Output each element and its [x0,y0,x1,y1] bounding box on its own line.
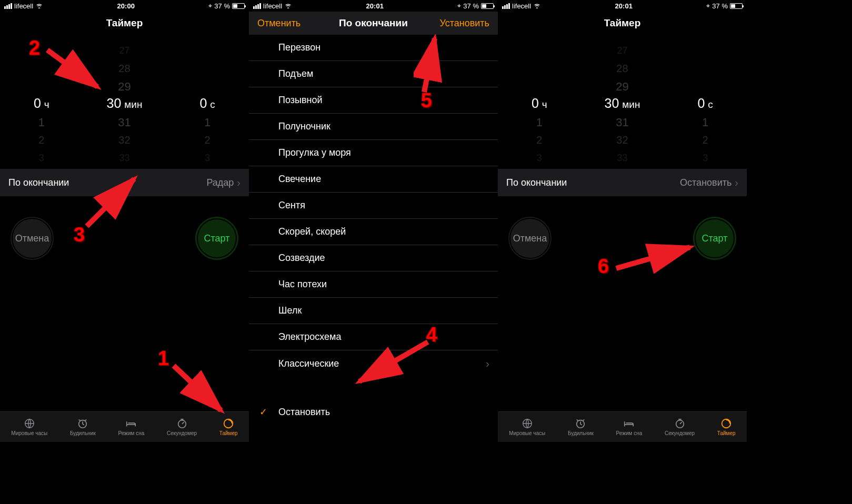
tab-sleep[interactable]: Режим сна [118,418,145,436]
sound-option[interactable]: Перезвон [249,35,498,61]
signal-icon [253,3,261,9]
when-ends-label: По окончании [506,177,567,188]
tab-stopwatch[interactable]: Секундомер [665,418,695,436]
set-button[interactable]: Установить [440,18,489,29]
signal-icon [502,3,510,9]
globe-icon [23,418,36,429]
hours-column[interactable]: 0ч 1 2 3 [1,40,83,169]
tab-alarm[interactable]: Будильник [70,418,96,436]
start-button[interactable]: Старт [195,217,238,260]
minutes-column[interactable]: 27 28 29 30мин 31 32 33 [83,40,165,169]
tab-bar: Мировые часы Будильник Режим сна Секундо… [498,411,747,442]
minutes-column[interactable]: 27 28 29 30мин 31 32 33 [581,40,663,169]
chevron-right-icon: › [237,177,240,189]
stopwatch-icon [175,418,189,429]
when-ends-value: Радар [206,177,234,188]
when-ends-row[interactable]: По окончании Остановить › [498,169,747,196]
svg-line-6 [174,366,221,410]
page-title: По окончании [339,17,408,29]
timer-icon [222,418,235,429]
timer-icon [719,418,733,429]
tab-sleep[interactable]: Режим сна [616,418,643,436]
time-picker[interactable]: 0ч 1 2 3 27 28 29 30мин 31 32 33 0с 1 2 … [0,35,249,169]
page-title: Таймер [604,17,641,29]
status-bar: lifecell 20:00 ⌖ 37 % [0,0,249,12]
battery-icon [481,3,494,9]
sound-stop-playing[interactable]: ✓ Остановить [249,399,498,425]
battery-pct: 37 % [214,2,230,10]
globe-icon [520,418,534,429]
status-bar: lifecell 20:01 ⌖ 37 % [498,0,747,12]
when-ends-label: По окончании [8,177,69,188]
nav-bar: Таймер [498,12,747,35]
seconds-column[interactable]: 0с 1 2 3 [166,40,248,169]
location-icon: ⌖ [706,2,710,9]
tab-timer[interactable]: Таймер [219,418,238,436]
wifi-icon [284,2,292,10]
carrier-label: lifecell [512,2,531,10]
page-title: Таймер [106,17,143,29]
battery-pct: 37 % [463,2,479,10]
chevron-right-icon: › [735,177,738,189]
sound-option[interactable]: Час потехи [249,271,498,298]
checkmark-icon: ✓ [259,406,267,418]
status-bar: lifecell 20:01 ⌖ 37 % [249,0,498,12]
alarm-icon [574,418,587,429]
signal-icon [4,3,12,9]
when-ends-value: Остановить [680,177,731,188]
seconds-column[interactable]: 0с 1 2 3 [664,40,746,169]
battery-icon [232,3,245,9]
bed-icon [124,418,138,429]
nav-bar: Таймер [0,12,249,35]
nav-bar: Отменить По окончании Установить [249,12,498,35]
sound-option[interactable]: Созвездие [249,245,498,271]
start-button[interactable]: Старт [693,217,736,260]
location-icon: ⌖ [457,2,461,9]
chevron-right-icon: › [486,358,489,370]
alarm-icon [76,418,89,429]
sound-option[interactable]: Подъем [249,61,498,87]
sound-option[interactable]: Прогулка у моря [249,140,498,166]
sound-list[interactable]: Перезвон Подъем Позывной Полуночник Прог… [249,35,498,425]
wifi-icon [35,2,43,10]
sound-option[interactable]: Позывной [249,87,498,114]
battery-pct: 37 % [712,2,728,10]
tab-world-clock[interactable]: Мировые часы [11,418,47,436]
battery-icon [730,3,743,9]
hours-column[interactable]: 0ч 1 2 3 [498,40,580,169]
sound-classic-row[interactable]: Классические › [249,350,498,377]
sound-option[interactable]: Электросхема [249,324,498,350]
carrier-label: lifecell [263,2,282,10]
status-time: 20:01 [615,2,633,10]
screen-timer-2: lifecell 20:01 ⌖ 37 % Таймер 0ч 1 2 3 27… [498,0,747,442]
sound-option[interactable]: Свечение [249,166,498,193]
sound-option[interactable]: Шелк [249,298,498,324]
stopwatch-icon [673,418,687,429]
cancel-button[interactable]: Отменить [257,18,300,29]
tab-timer[interactable]: Таймер [717,418,736,436]
cancel-button[interactable]: Отмена [11,217,54,260]
bed-icon [622,418,636,429]
status-time: 20:00 [117,2,135,10]
tab-alarm[interactable]: Будильник [568,418,594,436]
wifi-icon [533,2,541,10]
sound-option[interactable]: Полуночник [249,114,498,140]
screen-timer-1: lifecell 20:00 ⌖ 37 % Таймер 0ч 1 2 3 27… [0,0,249,442]
cancel-button[interactable]: Отмена [508,217,552,260]
sound-option[interactable]: Сентя [249,193,498,219]
location-icon: ⌖ [208,2,212,9]
when-ends-row[interactable]: По окончании Радар › [0,169,249,196]
annotation-1: 1 [158,347,169,370]
tab-bar: Мировые часы Будильник Режим сна Секундо… [0,411,249,442]
status-time: 20:01 [366,2,384,10]
screen-sound-picker: lifecell 20:01 ⌖ 37 % Отменить По оконча… [249,0,498,442]
tab-world-clock[interactable]: Мировые часы [509,418,545,436]
tab-stopwatch[interactable]: Секундомер [167,418,197,436]
carrier-label: lifecell [14,2,33,10]
time-picker[interactable]: 0ч 1 2 3 27 28 29 30мин 31 32 33 0с 1 2 … [498,35,747,169]
sound-option[interactable]: Скорей, скорей [249,219,498,245]
